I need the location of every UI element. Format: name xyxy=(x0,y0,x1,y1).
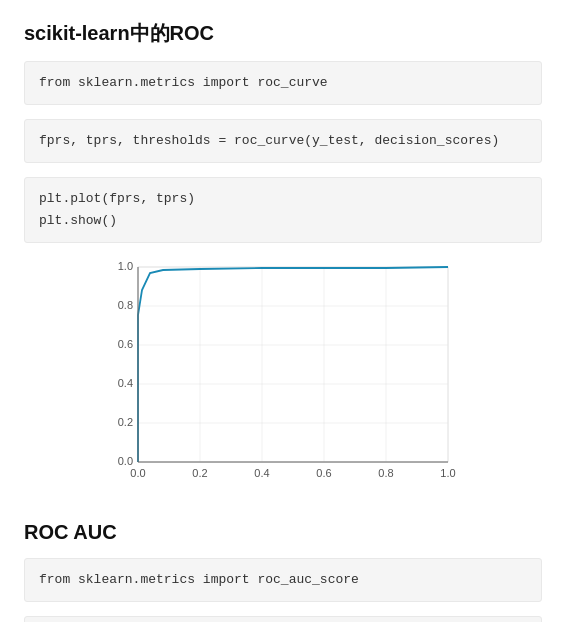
svg-text:0.8: 0.8 xyxy=(118,299,133,311)
roc-auc-code-1: from sklearn.metrics import roc_auc_scor… xyxy=(24,558,542,602)
svg-rect-0 xyxy=(138,267,448,462)
svg-text:0.2: 0.2 xyxy=(192,467,207,479)
roc-section-title: scikit-learn中的ROC xyxy=(24,20,542,47)
svg-text:0.6: 0.6 xyxy=(316,467,331,479)
svg-text:1.0: 1.0 xyxy=(118,260,133,272)
roc-code-block-1: from sklearn.metrics import roc_curve xyxy=(24,61,542,105)
svg-text:0.8: 0.8 xyxy=(378,467,393,479)
roc-auc-title: ROC AUC xyxy=(24,521,542,544)
svg-text:1.0: 1.0 xyxy=(440,467,455,479)
roc-code-block-2: fprs, tprs, thresholds = roc_curve(y_tes… xyxy=(24,119,542,163)
roc-code-block-3: plt.plot(fprs, tprs) plt.show() xyxy=(24,177,542,243)
roc-chart-container: 1.0 0.8 0.6 0.4 0.2 0.0 0.0 0.2 0.4 0.6 … xyxy=(24,257,542,497)
svg-text:0.0: 0.0 xyxy=(118,455,133,467)
svg-text:0.4: 0.4 xyxy=(254,467,269,479)
svg-text:0.0: 0.0 xyxy=(130,467,145,479)
roc-chart: 1.0 0.8 0.6 0.4 0.2 0.0 0.0 0.2 0.4 0.6 … xyxy=(98,257,468,497)
roc-auc-section: ROC AUC from sklearn.metrics import roc_… xyxy=(24,521,542,622)
svg-text:0.2: 0.2 xyxy=(118,416,133,428)
svg-text:0.4: 0.4 xyxy=(118,377,133,389)
roc-auc-code-2: roc_auc_score(y_test, decision_scores) xyxy=(24,616,542,622)
svg-text:0.6: 0.6 xyxy=(118,338,133,350)
